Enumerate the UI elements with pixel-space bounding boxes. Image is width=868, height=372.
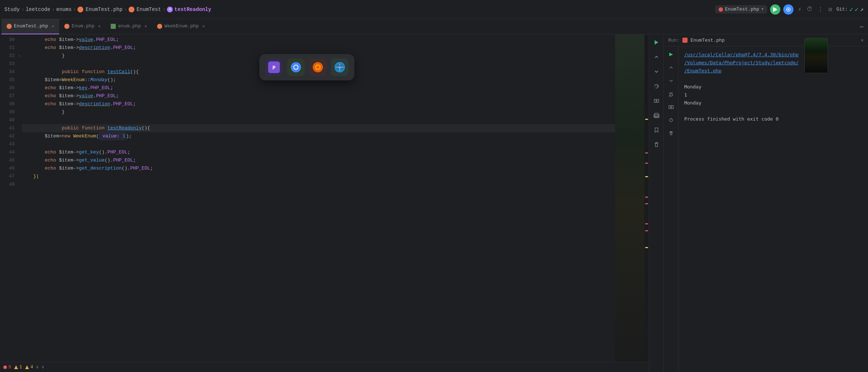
output-php-path[interactable]: /usr/local/Cellar/php@7.4/7.4.30/bin/php [684,52,799,57]
window-icon[interactable]: ⊡ [827,4,834,15]
bookmark-gutter-icon[interactable] [651,125,662,135]
svg-point-26 [294,65,298,69]
tab-icon-enum [64,24,69,29]
code-line-45: echo $item->get_value().PHP_EOL; [22,156,615,164]
tab-close-enumtest[interactable]: ✕ [52,24,54,29]
run-label: Run: [668,38,679,43]
error-count[interactable]: ! 9 [3,365,11,370]
scroll-marker-error-5 [645,223,648,224]
run-diff-button[interactable] [666,102,676,112]
run-panel-close-icon[interactable]: ✕ [861,37,864,43]
run-pin-button[interactable] [666,115,676,125]
git-arrow-icon[interactable]: ↗ [860,6,864,13]
safari-icon[interactable] [331,58,349,76]
breadcrumb-study[interactable]: Study [4,7,20,12]
nav-down-icon[interactable]: ∨ [42,364,44,370]
svg-marker-16 [669,53,673,56]
svg-rect-15 [656,143,657,143]
chrome-icon[interactable] [287,58,305,76]
git-label: Git: [836,7,848,12]
code-line-44: echo $item->get_key().PHP_EOL; [22,148,615,156]
run-button[interactable] [770,4,780,15]
run-gutter-icon[interactable] [651,37,662,48]
svg-point-29 [316,66,319,69]
output-file-path[interactable]: /EnumTest.php [684,68,722,73]
delete-gutter-icon[interactable] [651,140,662,150]
output-project-path[interactable]: /Volumes/Data/PhpProject/Study/leetcode/ [684,60,799,65]
run-panel-header: Run: EnumTest.php ✕ [664,34,868,46]
output-monday-2: Monday [684,100,701,106]
tab-icon-weekenum [157,24,162,29]
profile-icon[interactable]: ⏱ [805,4,814,14]
output-line-monday-2: Monday [684,99,862,107]
scroll-marker-warning-2 [645,176,648,177]
more-icon[interactable]: ⋮ [816,4,825,15]
tab-close-enum[interactable]: ✕ [98,24,101,29]
run-scroll-down-button[interactable] [666,76,676,86]
run-output-area: /usr/local/Cellar/php@7.4/7.4.30/bin/php… [664,46,868,372]
tab-label-enum-lower: enum.php [118,23,141,29]
code-line-42: $item=new WeekEnum( value: 1); [22,132,615,140]
output-1: 1 [684,92,687,98]
run-config-icon [719,7,723,12]
tab-weekenum-php[interactable]: WeekEnum.php ✕ [152,19,210,34]
run-output-content: /usr/local/Cellar/php@7.4/7.4.30/bin/php… [678,46,868,372]
tab-enum-lower-php[interactable]: enum.php ✕ [106,19,152,34]
tab-icon-enum-lower [111,24,116,29]
run-config-selector[interactable]: EnumTest.php ▼ [715,5,768,14]
breadcrumb-enums[interactable]: enums [56,7,72,12]
fold-button-32[interactable]: ⊟ [19,52,20,60]
output-line-project-path: /Volumes/Data/PhpProject/Study/leetcode/ [684,59,862,67]
chevron-down-icon: ▼ [761,7,764,11]
git-check-icon[interactable]: ✓ [849,5,853,14]
tab-close-enum-lower[interactable]: ✕ [145,24,147,29]
warning-count[interactable]: ! 1 [14,365,22,370]
arrow-up-gutter-icon[interactable] [651,52,662,62]
nav-up-icon[interactable]: ∧ [36,364,39,370]
diff-gutter-icon[interactable] [651,96,662,106]
tab-close-weekenum[interactable]: ✕ [202,24,205,29]
info-count[interactable]: ! 4 [25,365,33,370]
tab-enumtest-php[interactable]: EnumTest.php ✕ [1,19,59,34]
output-monday-1: Monday [684,84,701,90]
tab-label-enum: Enum.php [72,23,94,29]
breadcrumb-leetcode[interactable]: leetcode [26,7,50,12]
code-line-41: ⊟ public function testReadonly(){ [22,124,615,132]
svg-marker-9 [655,40,658,45]
firefox-icon[interactable] [309,58,327,76]
code-editor: 30 31 32 33 34 35 36 37 38 39 40 41 42 4… [0,34,649,372]
run-trash-button[interactable] [666,128,676,138]
arrow-down-gutter-icon[interactable] [651,67,662,77]
code-line-37: echo $item->value.PHP_EOL; [22,92,615,100]
tabs-more-button[interactable]: ⋯ [857,23,867,31]
breadcrumb-testreadonly[interactable]: testReadonly [174,7,211,12]
svg-rect-11 [657,99,659,102]
run-scroll-up-button[interactable] [666,62,676,73]
minimap-content [615,34,644,372]
coverage-icon[interactable]: ⚡ [796,4,803,15]
breadcrumb: Study › leetcode › enums › EnumTest.php … [4,7,211,12]
code-content[interactable]: echo $item->value.PHP_EOL; echo $item->d… [19,34,615,372]
tab-label-enumtest: EnumTest.php [14,23,48,29]
tabs-bar: EnumTest.php ✕ Enum.php ✕ enum.php ✕ Wee… [0,19,868,34]
debug-button[interactable] [783,4,793,15]
code-line-36: echo $item->key.PHP_EOL; [22,84,615,92]
git-check2-icon[interactable]: ✓ [855,5,859,14]
breadcrumb-enumtest-php[interactable]: EnumTest.php [85,7,122,12]
run-wrap-button[interactable] [666,89,676,99]
scroll-marker-error-1 [645,152,648,153]
sync-gutter-icon[interactable] [651,81,662,91]
top-bar-right: EnumTest.php ▼ ⚡ ⏱ ⋮ ⊡ Git: ✓ ✓ ↗ [715,4,864,15]
run-play-button[interactable] [666,49,676,60]
svg-rect-17 [669,106,671,109]
breadcrumb-enumtest-class[interactable]: EnumTest [137,7,161,12]
code-line-30: echo $item->value.PHP_EOL; [22,36,615,44]
code-line-40 [22,116,615,124]
mini-screen-preview [804,38,828,73]
run-config-label: EnumTest.php [725,7,760,12]
tab-enum-php[interactable]: Enum.php ✕ [59,19,106,34]
scroll-marker-warning-3 [645,247,648,248]
phpstorm-icon[interactable]: P [265,58,283,76]
svg-rect-14 [655,116,658,118]
print-gutter-icon[interactable] [651,110,662,121]
